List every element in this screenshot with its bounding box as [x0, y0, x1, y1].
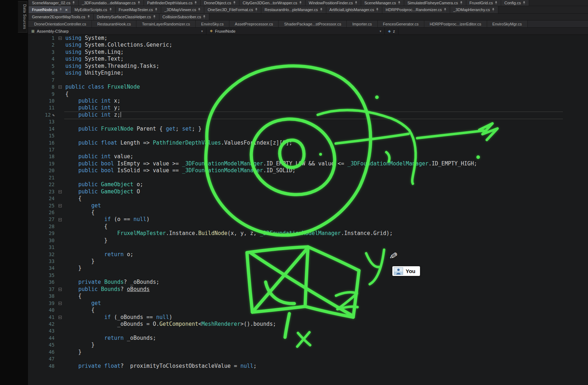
tab-FencesGenerator.cs[interactable]: FencesGenerator.cs [378, 20, 424, 27]
code-line-4[interactable]: 4using System.Text; [28, 56, 588, 62]
member-dropdown[interactable]: ◈ z [385, 28, 398, 34]
fold-collapse-icon[interactable]: – [59, 85, 62, 89]
line-number[interactable]: 26 [28, 209, 55, 216]
tab-_3DFoundatio...delManager.cs[interactable]: _3DFoundatio...delManager.cs [79, 0, 144, 6]
line-number[interactable]: 5 [28, 63, 55, 70]
fold-collapse-icon[interactable]: – [59, 288, 62, 291]
pin-icon[interactable] [153, 15, 156, 19]
code-line-16[interactable]: 16 public float Length => PathfinderDept… [28, 140, 588, 146]
fold-collapse-icon[interactable]: – [59, 190, 62, 193]
pin-icon[interactable] [72, 1, 75, 5]
line-number[interactable]: 21 [28, 174, 55, 181]
code-line-28[interactable]: 28 { [28, 223, 588, 230]
line-number[interactable]: 22 [28, 181, 55, 188]
tab-ShaderPackage...stProcessor.cs[interactable]: ShaderPackage...stProcessor.cs [279, 20, 347, 27]
line-number[interactable]: 24 [28, 195, 55, 202]
tab-EnviroSkyMgr.cs[interactable]: EnviroSkyMgr.cs [487, 20, 528, 27]
code-line-40[interactable]: 40 { [28, 307, 588, 314]
pin-icon[interactable] [255, 8, 258, 11]
tab-PathfinderDepthValues.cs[interactable]: PathfinderDepthValues.cs [144, 0, 201, 6]
pin-icon[interactable] [523, 1, 526, 5]
tab-CityGen3DGen...torWrapper.cs[interactable]: CityGen3DGen...torWrapper.cs [239, 0, 305, 6]
line-number[interactable]: 18 [28, 153, 55, 160]
code-line-22[interactable]: 22 public GameObject o; [28, 181, 588, 188]
line-number[interactable]: 44 [28, 335, 55, 342]
line-number[interactable]: 42 [28, 321, 55, 328]
pin-icon[interactable] [376, 8, 379, 11]
line-number[interactable]: 1 [28, 35, 55, 42]
line-number[interactable]: 20 [28, 167, 55, 174]
code-line-20[interactable]: 20 public bool IsSolid => value == _3DFo… [28, 167, 588, 174]
line-number[interactable]: 32 [28, 251, 55, 258]
line-number[interactable]: 15 [28, 132, 55, 139]
code-line-8[interactable]: 8–public class FruxelNode [28, 84, 588, 90]
code-line-47[interactable]: 47 [28, 356, 588, 362]
line-number[interactable]: 33 [28, 258, 55, 265]
line-number[interactable]: 2 [28, 42, 55, 48]
pin-icon[interactable] [59, 8, 62, 11]
line-number[interactable]: 16 [28, 140, 55, 146]
line-number[interactable]: 28 [28, 223, 55, 230]
pin-icon[interactable] [194, 1, 197, 5]
line-number[interactable]: 36 [28, 279, 55, 286]
pin-icon[interactable] [460, 1, 463, 5]
code-line-15[interactable]: 15 [28, 132, 588, 139]
code-line-42[interactable]: 42 _oBounds = O.GetComponent<MeshRendere… [28, 321, 588, 328]
code-line-43[interactable]: 43 [28, 328, 588, 334]
line-number[interactable]: 39 [28, 300, 55, 307]
tab-FruxelMapTester.cs[interactable]: FruxelMapTester.cs [116, 6, 161, 13]
code-line-38[interactable]: 38 { [28, 293, 588, 300]
tab-HDRPPostproc...izerEditor.cs[interactable]: HDRPPostproc...izerEditor.cs [424, 20, 487, 27]
tab-CollisionSubscriber.cs[interactable]: CollisionSubscriber.cs [159, 14, 210, 20]
pin-icon[interactable] [233, 1, 236, 5]
line-number[interactable]: 14 [28, 126, 55, 132]
code-line-27[interactable]: 27– if (o == null) [28, 216, 588, 223]
code-line-3[interactable]: 3using System.Linq; [28, 49, 588, 56]
tab-DroneOrientationController.cs[interactable]: DroneOrientationController.cs [29, 20, 92, 27]
tab-HDRPPostproc...Randomizer.cs[interactable]: HDRPPostproc...Randomizer.cs [382, 6, 450, 13]
line-number[interactable]: 6 [28, 70, 55, 76]
line-number[interactable]: 37 [28, 286, 55, 293]
pin-icon[interactable] [320, 8, 323, 11]
line-number[interactable]: 46 [28, 349, 55, 356]
tab-RestaurantHook.cs[interactable]: RestaurantHook.cs [92, 20, 137, 27]
pin-icon[interactable] [137, 1, 140, 5]
pin-icon[interactable] [299, 1, 302, 5]
line-number[interactable]: 45 [28, 342, 55, 348]
fold-collapse-icon[interactable]: – [59, 204, 62, 207]
code-line-9[interactable]: 9{ [28, 91, 588, 98]
pin-icon[interactable] [444, 8, 447, 11]
line-number[interactable]: 10 [28, 98, 55, 104]
line-number[interactable]: 9 [28, 91, 55, 98]
fold-collapse-icon[interactable]: – [59, 37, 62, 40]
line-number[interactable]: 43 [28, 328, 55, 334]
code-line-30[interactable]: 30 } [28, 237, 588, 244]
pin-icon[interactable] [495, 1, 498, 5]
code-line-19[interactable]: 19 public bool IsEmpty => value >= _3DFo… [28, 160, 588, 167]
code-line-6[interactable]: 6using UnityEngine; [28, 70, 588, 76]
line-number[interactable]: 47 [28, 356, 55, 362]
line-number[interactable]: 8 [28, 84, 55, 90]
pin-icon[interactable] [355, 1, 358, 5]
tab-AssetPreprocessor.cs[interactable]: AssetPreprocessor.cs [229, 20, 279, 27]
tab-FruxelNode.cs[interactable]: FruxelNode.cs× [29, 6, 71, 13]
pin-icon[interactable] [87, 15, 90, 19]
code-line-12[interactable]: 12✎ public int z; [28, 112, 588, 118]
line-number[interactable]: 41 [28, 314, 55, 321]
close-icon[interactable]: × [65, 8, 68, 12]
tab-OneSec3D_FileFormat.cs[interactable]: OneSec3D_FileFormat.cs [204, 6, 261, 13]
line-number[interactable]: 17 [28, 146, 55, 153]
code-line-44[interactable]: 44 return _oBounds; [28, 335, 588, 342]
code-line-10[interactable]: 10 public int x; [28, 98, 588, 104]
line-number[interactable]: 27 [28, 216, 55, 223]
code-line-41[interactable]: 41– if (_oBounds == null) [28, 314, 588, 321]
code-line-31[interactable]: 31 [28, 244, 588, 251]
code-line-7[interactable]: 7 [28, 77, 588, 84]
line-number[interactable]: 38 [28, 293, 55, 300]
project-dropdown[interactable]: ▦ Assembly-CSharp ▾ [28, 28, 206, 34]
code-line-25[interactable]: 25– get [28, 202, 588, 209]
line-number[interactable]: 31 [28, 244, 55, 251]
fold-collapse-icon[interactable]: – [59, 218, 62, 221]
tab-Config.cs[interactable]: Config.cs [501, 0, 529, 6]
code-line-14[interactable]: 14 public FruxelNode Parent { get; set; … [28, 126, 588, 132]
